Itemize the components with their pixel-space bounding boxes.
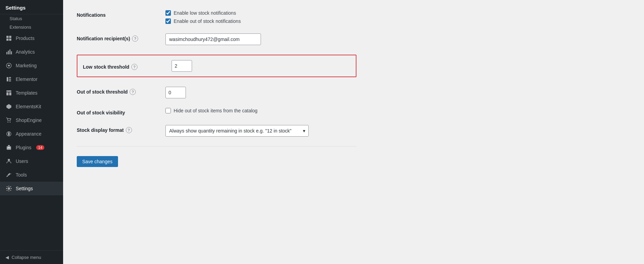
low-stock-threshold-highlighted-row: Low stock threshold ? bbox=[77, 55, 356, 77]
stock-display-format-label: Stock display format ? bbox=[77, 125, 165, 133]
sidebar-item-templates[interactable]: Templates bbox=[0, 86, 63, 100]
svg-marker-16 bbox=[6, 104, 11, 109]
out-of-stock-notification-text: Enable out of stock notifications bbox=[174, 18, 241, 24]
sidebar-item-elementskit[interactable]: ElementsKit bbox=[0, 100, 63, 113]
svg-rect-6 bbox=[10, 50, 11, 54]
settings-form: Notifications Enable low stock notificat… bbox=[63, 0, 370, 177]
low-stock-threshold-help-icon[interactable]: ? bbox=[131, 64, 137, 70]
low-stock-notification-text: Enable low stock notifications bbox=[174, 10, 236, 16]
plugins-badge: 14 bbox=[36, 145, 44, 150]
svg-rect-2 bbox=[6, 39, 9, 41]
sidebar-header: Settings bbox=[0, 0, 63, 14]
svg-rect-14 bbox=[6, 92, 9, 95]
sidebar-item-marketing-label: Marketing bbox=[16, 63, 36, 68]
stock-display-format-help-icon[interactable]: ? bbox=[126, 127, 132, 133]
sidebar-item-appearance-label: Appearance bbox=[16, 131, 42, 137]
sidebar: Settings Status Extensions Products Anal… bbox=[0, 0, 63, 264]
out-of-stock-visibility-row: Out of stock visibility Hide out of stoc… bbox=[77, 108, 356, 115]
sidebar-item-settings[interactable]: Settings bbox=[0, 182, 63, 195]
stock-display-format-field: Always show quantity remaining in stock … bbox=[165, 125, 356, 137]
svg-rect-5 bbox=[8, 51, 9, 54]
out-of-stock-threshold-row: Out of stock threshold ? bbox=[77, 87, 356, 98]
sidebar-item-products-label: Products bbox=[16, 36, 34, 41]
svg-rect-11 bbox=[9, 79, 11, 80]
templates-icon bbox=[5, 89, 12, 96]
sidebar-item-analytics-label: Analytics bbox=[16, 49, 35, 55]
out-of-stock-notification-label[interactable]: Enable out of stock notifications bbox=[165, 18, 356, 24]
stock-display-format-row: Stock display format ? Always show quant… bbox=[77, 125, 356, 137]
stock-display-format-wrapper: Always show quantity remaining in stock … bbox=[165, 125, 309, 137]
svg-rect-0 bbox=[6, 36, 9, 38]
sidebar-item-appearance[interactable]: Appearance bbox=[0, 127, 63, 141]
notifications-row: Notifications Enable low stock notificat… bbox=[77, 10, 356, 24]
collapse-menu-label: Collapse menu bbox=[12, 255, 41, 260]
sidebar-item-plugins[interactable]: Plugins 14 bbox=[0, 141, 63, 154]
notification-recipient-help-icon[interactable]: ? bbox=[132, 36, 138, 42]
sidebar-item-marketing[interactable]: Marketing bbox=[0, 59, 63, 72]
out-of-stock-visibility-field: Hide out of stock items from the catalog bbox=[165, 108, 356, 113]
low-stock-notification-checkbox[interactable] bbox=[165, 10, 171, 16]
elementskit-icon bbox=[5, 103, 12, 110]
sidebar-item-elementor-label: Elementor bbox=[16, 77, 38, 82]
svg-point-24 bbox=[8, 188, 10, 190]
svg-point-17 bbox=[8, 122, 9, 123]
out-of-stock-threshold-label: Out of stock threshold ? bbox=[77, 87, 165, 95]
svg-rect-15 bbox=[9, 92, 11, 95]
sidebar-item-status[interactable]: Status bbox=[0, 14, 63, 23]
sidebar-item-products[interactable]: Products bbox=[0, 31, 63, 45]
products-icon bbox=[5, 35, 12, 42]
low-stock-threshold-input[interactable] bbox=[172, 60, 192, 72]
notifications-label: Notifications bbox=[77, 10, 165, 18]
notification-recipient-input[interactable] bbox=[165, 33, 261, 45]
svg-rect-3 bbox=[9, 39, 11, 41]
out-of-stock-visibility-checkbox[interactable] bbox=[165, 108, 171, 113]
sidebar-item-tools[interactable]: Tools bbox=[0, 168, 63, 182]
collapse-menu-button[interactable]: ◀ Collapse menu bbox=[0, 250, 63, 264]
out-of-stock-threshold-help-icon[interactable]: ? bbox=[130, 89, 136, 95]
sidebar-item-elementskit-label: ElementsKit bbox=[16, 104, 41, 109]
svg-point-18 bbox=[10, 122, 11, 123]
sidebar-item-shopengine[interactable]: ShopEngine bbox=[0, 113, 63, 127]
low-stock-notification-label[interactable]: Enable low stock notifications bbox=[165, 10, 356, 16]
svg-point-23 bbox=[8, 159, 10, 161]
analytics-icon bbox=[5, 48, 12, 55]
svg-rect-10 bbox=[9, 77, 11, 78]
appearance-icon bbox=[5, 130, 12, 137]
sidebar-item-analytics[interactable]: Analytics bbox=[0, 45, 63, 59]
svg-rect-9 bbox=[7, 77, 9, 82]
save-changes-button[interactable]: Save changes bbox=[77, 156, 118, 167]
sidebar-item-users[interactable]: Users bbox=[0, 154, 63, 168]
notification-recipient-field bbox=[165, 33, 356, 45]
svg-rect-1 bbox=[9, 36, 11, 38]
out-of-stock-threshold-input[interactable] bbox=[165, 87, 186, 98]
main-content: Notifications Enable low stock notificat… bbox=[63, 0, 644, 264]
sidebar-item-elementor[interactable]: Elementor bbox=[0, 72, 63, 86]
svg-rect-7 bbox=[11, 51, 12, 54]
tools-icon bbox=[5, 171, 12, 178]
notifications-checkboxes: Enable low stock notifications Enable ou… bbox=[165, 10, 356, 24]
sidebar-item-shopengine-label: ShopEngine bbox=[16, 117, 42, 123]
settings-icon bbox=[5, 185, 12, 192]
low-stock-threshold-field bbox=[172, 60, 350, 72]
out-of-stock-notification-checkbox[interactable] bbox=[165, 18, 171, 24]
sidebar-item-plugins-label: Plugins bbox=[16, 145, 31, 150]
svg-rect-20 bbox=[8, 145, 10, 147]
sidebar-item-extensions[interactable]: Extensions bbox=[0, 23, 63, 31]
notification-recipient-row: Notification recipient(s) ? bbox=[77, 33, 356, 45]
marketing-icon bbox=[5, 62, 12, 69]
sidebar-item-settings-label: Settings bbox=[16, 186, 33, 191]
out-of-stock-threshold-field bbox=[165, 87, 356, 98]
stock-display-format-select[interactable]: Always show quantity remaining in stock … bbox=[165, 125, 309, 137]
sidebar-item-templates-label: Templates bbox=[16, 90, 38, 96]
svg-rect-21 bbox=[7, 146, 11, 150]
out-of-stock-visibility-checkbox-label[interactable]: Hide out of stock items from the catalog bbox=[165, 108, 356, 113]
sidebar-item-tools-label: Tools bbox=[16, 172, 27, 178]
sidebar-item-users-label: Users bbox=[16, 158, 28, 164]
notification-recipient-label: Notification recipient(s) ? bbox=[77, 33, 165, 42]
plugins-icon bbox=[5, 144, 12, 151]
low-stock-threshold-label: Low stock threshold ? bbox=[83, 62, 172, 70]
collapse-icon: ◀ bbox=[5, 255, 9, 260]
users-icon bbox=[5, 158, 12, 165]
save-button-container: Save changes bbox=[77, 156, 356, 167]
form-divider bbox=[77, 146, 356, 147]
